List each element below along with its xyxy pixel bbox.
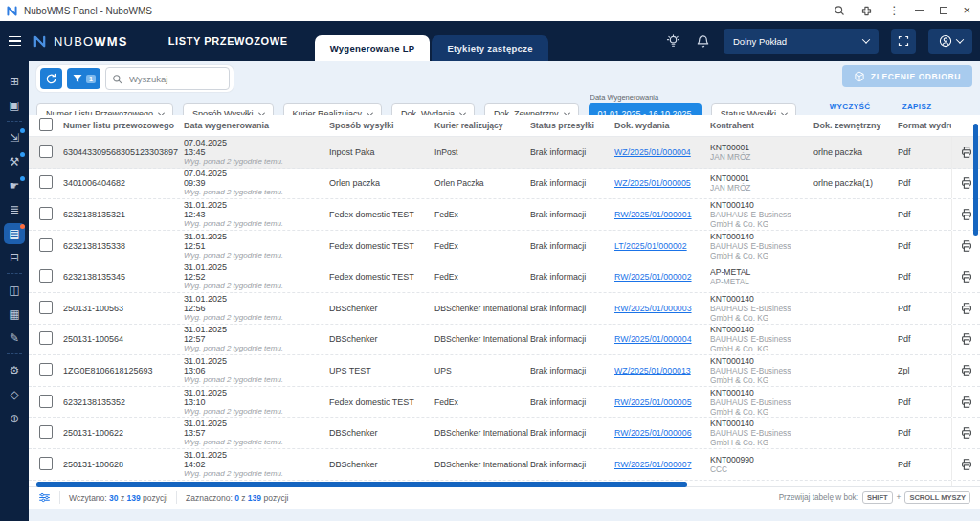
internal-transport-icon: ⚒ — [10, 156, 20, 168]
table-row[interactable]: 250131-100622 31.01.2025 13:57 Wyg. pona… — [29, 418, 980, 449]
user-menu-button[interactable] — [928, 29, 972, 54]
table-row[interactable]: 6232138135352 31.01.2025 13:10 Wyg. pona… — [29, 387, 980, 419]
cell-courier: UPS — [434, 366, 530, 375]
window-minimize-button[interactable] — [915, 10, 924, 11]
print-button[interactable] — [951, 261, 980, 292]
cell-contractor: KNT000140 BAUHAUS E-Business GmbH & Co. … — [710, 356, 813, 385]
fullscreen-button[interactable] — [891, 29, 916, 54]
sidebar-item-integrations[interactable]: ◇ — [4, 384, 25, 405]
table-row[interactable]: 3401006404682 07.04.2025 09:39 Wyg. pona… — [29, 169, 980, 200]
table-header-row: Numer listu przewozowego Data wygenerowa… — [29, 115, 980, 137]
table-row[interactable]: 250131-100564 31.01.2025 12:57 Wyg. pona… — [29, 325, 980, 356]
table-settings-icon[interactable] — [38, 491, 51, 504]
row-checkbox[interactable] — [39, 145, 53, 158]
issue-document-link[interactable]: RW/2025/01/000003 — [614, 304, 692, 313]
zoom-icon[interactable] — [834, 5, 845, 16]
cell-generated-date: 07.04.2025 09:39 Wyg. ponad 2 tygodnie t… — [184, 169, 329, 197]
hamburger-menu-button[interactable] — [0, 36, 29, 47]
issue-document-link[interactable]: WZ/2025/01/000013 — [614, 366, 691, 375]
print-button[interactable] — [951, 418, 980, 448]
print-button[interactable] — [951, 325, 980, 355]
table-row[interactable]: 6232138135321 31.01.2025 12:43 Wyg. pona… — [29, 199, 980, 231]
cell-status: Brak informacji — [530, 460, 614, 469]
print-button[interactable] — [951, 449, 980, 480]
table-row[interactable]: 250131-100563 31.01.2025 12:56 Wyg. pona… — [29, 293, 980, 325]
row-checkbox[interactable] — [39, 269, 53, 283]
cell-print-format: Pdf — [898, 210, 951, 219]
warehouse-selector[interactable]: Dolny Pokład — [724, 29, 879, 54]
chevron-down-icon — [862, 35, 870, 43]
table-row[interactable]: 250131-100628 31.01.2025 14:02 Wyg. pona… — [29, 449, 980, 481]
cell-courier: DBSchenker International — [434, 460, 530, 469]
table-row[interactable]: 630443309568305123303897 07.04.2025 13:4… — [29, 137, 980, 169]
nav-menu-listy-przewozowe[interactable]: LISTY PRZEWOZOWE — [168, 35, 288, 47]
sidebar-item-documents[interactable]: ◫ — [4, 280, 25, 301]
sidebar-item-tasks[interactable]: ≣ — [4, 199, 25, 220]
cell-shipping-number: 6232138135345 — [63, 272, 184, 282]
search-input[interactable] — [127, 73, 223, 85]
window-close-button[interactable]: × — [963, 6, 970, 15]
sidebar-item-dashboard[interactable]: ⊞ — [4, 71, 25, 92]
cell-status: Brak informacji — [530, 147, 614, 157]
browser-menu-icon[interactable]: ⋮ — [888, 5, 900, 16]
row-checkbox[interactable] — [39, 331, 53, 345]
pickup-order-button[interactable]: ZLECENIE ODBIORU — [842, 65, 972, 87]
printer-icon — [960, 332, 973, 346]
extensions-icon[interactable] — [860, 5, 873, 17]
column-header: Format wydruku — [898, 121, 951, 130]
sidebar-item-shipping-lists[interactable]: ▤ — [4, 223, 25, 244]
issue-document-link[interactable]: LT/2025/01/000002 — [614, 241, 687, 251]
issue-document-link[interactable]: WZ/2025/01/000005 — [614, 178, 691, 188]
cell-generated-date: 31.01.2025 12:51 Wyg. ponad 2 tygodnie t… — [184, 232, 329, 260]
cell-status: Brak informacji — [530, 334, 614, 344]
sidebar-item-picking[interactable]: ☛ — [4, 175, 25, 196]
select-all-checkbox[interactable] — [39, 118, 53, 131]
row-checkbox[interactable] — [39, 457, 53, 470]
cell-shipping-method: DBSchenker — [329, 460, 434, 469]
tab-wygenerowane-lp[interactable]: Wygenerowane LP — [315, 35, 431, 61]
row-checkbox[interactable] — [39, 395, 53, 408]
issue-document-link[interactable]: RW/2025/01/000001 — [614, 210, 692, 219]
row-checkbox[interactable] — [39, 425, 53, 439]
issue-document-link[interactable]: RW/2025/01/000006 — [614, 428, 692, 438]
print-button[interactable] — [951, 293, 980, 324]
print-button[interactable] — [951, 387, 980, 418]
row-checkbox[interactable] — [39, 363, 53, 376]
sidebar-item-receiving[interactable]: ⇲ — [4, 127, 25, 148]
row-checkbox[interactable] — [39, 175, 53, 189]
vertical-scrollbar[interactable] — [973, 124, 978, 236]
row-checkbox[interactable] — [39, 301, 53, 314]
table-row[interactable]: 6232138135345 31.01.2025 12:52 Wyg. pona… — [29, 261, 980, 293]
sidebar-item-notes[interactable]: ✎ — [4, 328, 25, 349]
cell-shipping-method: Fedex domestic TEST — [329, 397, 434, 407]
issue-document-link[interactable]: RW/2025/01/000005 — [614, 397, 692, 407]
sidebar-item-labels[interactable]: ▦ — [4, 304, 25, 325]
issue-document-link[interactable]: RW/2025/01/000007 — [614, 460, 692, 469]
warehouse-selected-value: Dolny Pokład — [733, 36, 787, 47]
tab-etykiety-zastepcze[interactable]: Etykiety zastępcze — [432, 35, 547, 61]
issue-document-link[interactable]: RW/2025/01/000004 — [614, 334, 692, 344]
cell-shipping-method: Fedex domestic TEST — [329, 210, 434, 219]
date-filter-label: Data Wygenerowania — [590, 93, 659, 102]
issue-document-link[interactable]: WZ/2025/01/000004 — [614, 147, 691, 157]
horizontal-scrollbar[interactable] — [36, 482, 687, 487]
theme-bulb-icon[interactable] — [664, 33, 681, 50]
notifications-bell-icon[interactable] — [694, 33, 711, 50]
cell-contractor: AP-METAL AP-METAL — [710, 267, 813, 286]
row-checkbox[interactable] — [39, 207, 53, 220]
filter-button[interactable]: 1 — [67, 68, 100, 89]
sidebar-item-settings[interactable]: ⚙ — [4, 360, 25, 381]
print-button[interactable] — [951, 355, 980, 386]
sidebar-item-packing-station[interactable]: ▣ — [4, 95, 25, 116]
table-row[interactable]: 1ZG0E8106618125693 31.01.2025 13:06 Wyg.… — [29, 355, 980, 387]
issue-document-link[interactable]: RW/2025/01/000002 — [614, 272, 692, 282]
sidebar-item-internal-transport[interactable]: ⚒ — [4, 151, 25, 172]
cell-contractor: KNT000140 BAUHAUS E-Business GmbH & Co. … — [710, 200, 813, 229]
sidebar-item-dispatch[interactable]: ⊟ — [4, 247, 25, 268]
table-row[interactable]: 6232138135338 31.01.2025 12:51 Wyg. pona… — [29, 231, 980, 262]
row-checkbox[interactable] — [39, 238, 53, 252]
refresh-button[interactable] — [40, 68, 62, 89]
window-maximize-button[interactable] — [940, 7, 947, 14]
printer-icon — [960, 270, 973, 283]
sidebar-item-help[interactable]: ⊕ — [4, 408, 25, 429]
